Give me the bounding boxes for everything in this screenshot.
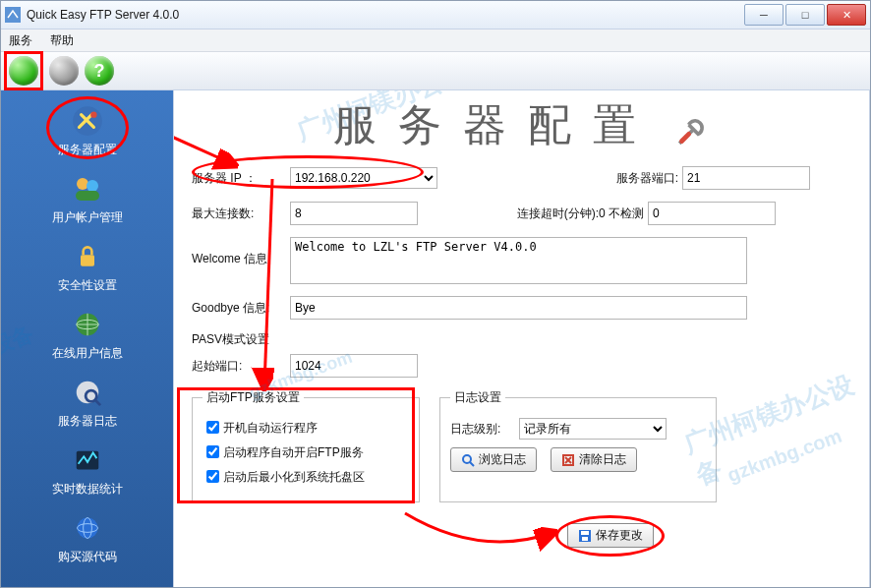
annotation-arrow-3 — [253, 179, 292, 395]
browse-log-label: 浏览日志 — [479, 451, 526, 468]
sidebar-item-label: 用户帐户管理 — [52, 209, 123, 226]
annotation-ellipse-save — [555, 515, 665, 557]
welcome-textarea[interactable]: Welcome to LZL's FTP Server V4.0.0 — [290, 237, 747, 284]
sidebar-item-label: 实时数据统计 — [52, 481, 123, 498]
svg-rect-5 — [76, 191, 99, 201]
svg-line-17 — [470, 462, 474, 466]
main-panel: 广州柯镁办公设备 广州柯镁办公设备 gzkmbg.com 服务器配置 服务器 I… — [173, 90, 870, 588]
annotation-arrow-4 — [400, 503, 567, 553]
menu-help[interactable]: 帮助 — [46, 30, 78, 51]
log-icon — [71, 376, 104, 409]
svg-line-26 — [264, 179, 272, 385]
menu-service[interactable]: 服务 — [5, 30, 36, 51]
svg-point-3 — [77, 178, 88, 190]
sidebar-item-label: 购买源代码 — [58, 549, 117, 565]
sidebar-item-label: 在线用户信息 — [52, 345, 123, 362]
svg-line-25 — [173, 120, 233, 164]
stop-server-button[interactable] — [49, 56, 79, 86]
minimize-button[interactable]: ─ — [744, 4, 784, 26]
clear-log-label: 清除日志 — [579, 451, 626, 468]
start-port-input[interactable] — [290, 354, 418, 378]
sidebar-item-label: 服务器日志 — [58, 413, 117, 430]
sidebar-item-log[interactable]: 服务器日志 — [1, 376, 173, 430]
sidebar-item-users[interactable]: 用户帐户管理 — [1, 172, 173, 226]
wrench-icon — [672, 111, 710, 148]
maximize-button[interactable]: □ — [785, 4, 825, 26]
sidebar-item-label: 安全性设置 — [58, 277, 117, 294]
window-title: Quick Easy FTP Server 4.0.0 — [27, 8, 744, 22]
sidebar-item-security[interactable]: 安全性设置 — [1, 240, 173, 294]
max-conn-input[interactable] — [290, 202, 418, 225]
app-window: Quick Easy FTP Server 4.0.0 ─ □ ✕ 服务 帮助 … — [0, 0, 871, 588]
svg-point-13 — [77, 518, 97, 539]
goodbye-input[interactable] — [290, 296, 747, 320]
lock-icon — [71, 240, 104, 273]
client-area: 服务器配置 用户帐户管理 安全性设置 在线用户信息 服务器日志 实时数据统计 — [1, 90, 870, 588]
annotation-ellipse-sidebar — [46, 96, 129, 159]
log-level-label: 日志级别: — [450, 421, 519, 438]
window-buttons: ─ □ ✕ — [744, 4, 866, 26]
delete-icon — [561, 453, 575, 467]
stats-icon — [71, 443, 104, 477]
server-port-label: 服务器端口: — [536, 170, 682, 187]
annotation-box-start — [4, 51, 43, 90]
app-icon — [5, 7, 21, 23]
log-legend: 日志设置 — [450, 389, 505, 406]
annotation-arrow-2 — [173, 120, 253, 179]
users-icon — [71, 172, 104, 206]
help-button[interactable]: ? — [85, 56, 114, 86]
search-icon — [461, 453, 475, 467]
svg-rect-0 — [5, 7, 21, 23]
sidebar-item-server-config[interactable]: 服务器配置 — [1, 104, 173, 158]
heading-text: 服务器配置 — [333, 101, 658, 149]
sidebar: 服务器配置 用户帐户管理 安全性设置 在线用户信息 服务器日志 实时数据统计 — [1, 90, 173, 588]
toolbar: ? — [1, 52, 870, 90]
sidebar-item-online-users[interactable]: 在线用户信息 — [1, 308, 173, 362]
timeout-label: 连接超时(分钟):0 不检测 — [467, 206, 648, 222]
sidebar-item-buy[interactable]: 购买源代码 — [1, 511, 173, 565]
svg-point-16 — [463, 455, 471, 463]
svg-rect-6 — [81, 255, 94, 265]
globe-icon — [71, 511, 104, 545]
annotation-box-startup — [177, 387, 415, 503]
svg-point-4 — [87, 180, 98, 192]
page-title: 服务器配置 — [192, 96, 851, 154]
browse-log-button[interactable]: 浏览日志 — [450, 447, 537, 472]
svg-line-11 — [94, 400, 100, 406]
titlebar: Quick Easy FTP Server 4.0.0 ─ □ ✕ — [1, 1, 870, 29]
clear-log-button[interactable]: 清除日志 — [551, 447, 637, 472]
timeout-input[interactable] — [648, 202, 776, 225]
start-server-button[interactable] — [9, 56, 38, 86]
svg-rect-12 — [76, 451, 98, 470]
close-button[interactable]: ✕ — [827, 4, 866, 26]
server-port-input[interactable] — [682, 166, 810, 190]
log-fieldset: 日志设置 日志级别: 记录所有 浏览日志 清除日志 — [439, 389, 717, 502]
menubar: 服务 帮助 — [1, 29, 870, 52]
sidebar-item-stats[interactable]: 实时数据统计 — [1, 443, 173, 498]
globe-users-icon — [71, 308, 104, 341]
annotation-arrow-1 — [173, 90, 213, 100]
log-level-select[interactable]: 记录所有 — [519, 418, 667, 440]
